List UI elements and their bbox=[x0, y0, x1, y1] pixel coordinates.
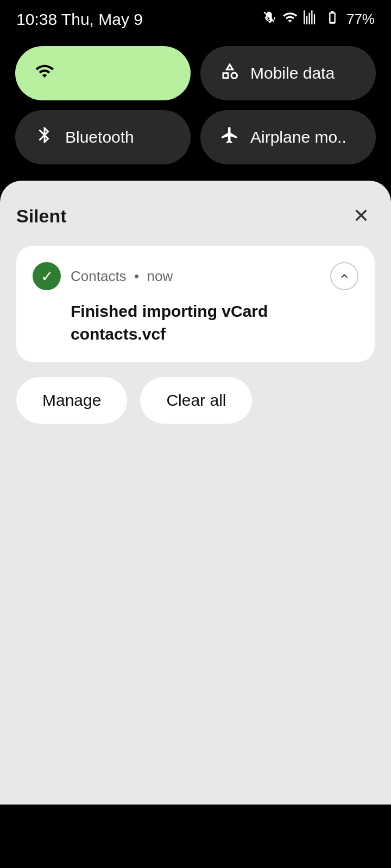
expand-notification-button[interactable] bbox=[330, 262, 358, 290]
notification-time: now bbox=[147, 268, 173, 284]
status-bar: 10:38 Thu, May 9 77% bbox=[0, 0, 391, 35]
status-icons: 77% bbox=[262, 10, 375, 29]
airplane-mode-label: Airplane mo.. bbox=[250, 128, 346, 146]
mobile-data-icon bbox=[220, 61, 239, 85]
notification-panel: Silent ✕ ✓ Contacts • now Finished impor… bbox=[0, 181, 391, 805]
notification-body: Finished importing vCard contacts.vcf bbox=[33, 300, 358, 346]
bluetooth-icon bbox=[35, 125, 54, 149]
wifi-icon bbox=[35, 61, 54, 85]
airplane-mode-tile[interactable]: Airplane mo.. bbox=[200, 110, 376, 164]
wifi-status-icon bbox=[282, 10, 298, 29]
quick-settings-panel: Mobile data Bluetooth Airplane mo.. bbox=[0, 35, 391, 181]
battery-percentage: 77% bbox=[346, 11, 375, 28]
manage-button[interactable]: Manage bbox=[16, 377, 127, 424]
section-title: Silent bbox=[16, 206, 67, 227]
notification-header: ✓ Contacts • now bbox=[33, 262, 358, 290]
panel-header: Silent ✕ bbox=[16, 202, 375, 229]
mobile-data-label: Mobile data bbox=[250, 64, 335, 82]
clear-all-button[interactable]: Clear all bbox=[140, 377, 252, 424]
battery-icon bbox=[324, 10, 341, 29]
notification-app-info: Contacts • now bbox=[71, 268, 173, 285]
signal-icon bbox=[303, 10, 318, 29]
wifi-tile[interactable] bbox=[15, 46, 191, 100]
close-panel-button[interactable]: ✕ bbox=[348, 202, 375, 229]
notification-left: ✓ Contacts • now bbox=[33, 262, 173, 290]
contacts-icon: ✓ bbox=[33, 262, 61, 290]
airplane-icon bbox=[220, 125, 239, 149]
bluetooth-label: Bluetooth bbox=[65, 128, 134, 146]
notification-app-name: Contacts bbox=[71, 268, 127, 284]
action-buttons: Manage Clear all bbox=[16, 377, 375, 424]
mobile-data-tile[interactable]: Mobile data bbox=[200, 46, 376, 100]
mute-icon bbox=[262, 10, 277, 29]
notification-card: ✓ Contacts • now Finished importing vCar… bbox=[16, 246, 375, 362]
status-time: 10:38 Thu, May 9 bbox=[16, 10, 143, 29]
bluetooth-tile[interactable]: Bluetooth bbox=[15, 110, 191, 164]
